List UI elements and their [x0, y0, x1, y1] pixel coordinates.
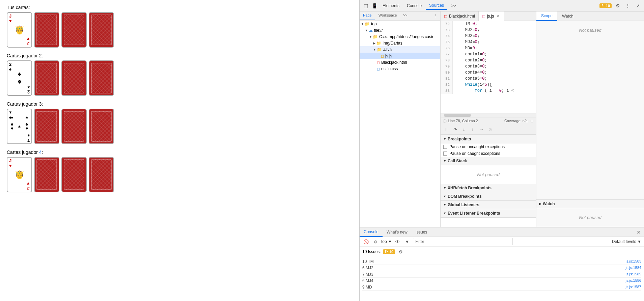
tab-blackjack-html[interactable]: ◻ Blackjack.html [441, 11, 479, 21]
section-header-3[interactable]: ▼DOM Breakpoints [441, 192, 536, 201]
line-content: TM=0; [453, 21, 477, 27]
section-label-4: Global Listeners [448, 202, 479, 207]
card-pip-top: ♠ [18, 71, 21, 78]
console-link-2[interactable]: js.js:1585 [626, 272, 641, 277]
file-icon: ◻ [377, 60, 380, 64]
console-top-label: top ▼ [381, 239, 392, 244]
tree-item-6[interactable]: ◻Blackjack.html [360, 59, 440, 65]
tab-close-btn[interactable]: ✕ [496, 13, 501, 19]
code-line-75[interactable]: 75 MJ4=0; [441, 39, 536, 45]
issues-header: 10 Issues: 🏳 10 ⚙ [360, 247, 644, 257]
tree-item-1[interactable]: ▼☁file:// [360, 27, 440, 33]
console-eye-icon[interactable]: 👁 [394, 238, 401, 245]
game-area: Tus cartas: J♥ 🤴 J♥ Cartas jugador 2: 2♠… [0, 0, 359, 301]
card-rank-br: 2♠ [27, 84, 30, 94]
card-1-1 [34, 60, 59, 96]
step-into-btn[interactable]: ↓ [460, 126, 468, 133]
tab-whats-new[interactable]: What's new [383, 227, 412, 237]
card-0-2 [61, 12, 87, 48]
issues-badge-top: 🏳 10 [599, 3, 612, 8]
tab-js-js[interactable]: ◻ js.js ✕ [479, 11, 505, 21]
settings-icon[interactable]: ⚙ [614, 2, 622, 10]
console-filter-input[interactable] [413, 238, 513, 245]
code-line-82[interactable]: 82 while(i<5){ [441, 82, 536, 88]
tree-item-3[interactable]: ▶📁Img/Cartas [360, 40, 440, 46]
step-out-btn[interactable]: ↑ [469, 126, 476, 133]
tab-page[interactable]: Page [360, 11, 375, 20]
section-arrow-2: ▼ [443, 186, 446, 190]
inspect-icon[interactable]: ⬚ [362, 2, 370, 10]
code-line-74[interactable]: 74 MJ3=0; [441, 33, 536, 39]
section-header-4[interactable]: ▼Global Listeners [441, 201, 536, 209]
tree-item-2[interactable]: ▼📁C:/xampp/htdocs/Juegos casir [360, 33, 440, 40]
line-content: MD=0; [453, 45, 477, 51]
more-icon[interactable]: ⋮ [624, 2, 632, 10]
add-folder-icon[interactable]: ⋮ [432, 12, 439, 19]
pause-btn[interactable]: ⏸ [443, 126, 450, 133]
code-line-81[interactable]: 81 conta5=0; [441, 76, 536, 82]
console-filter-icon[interactable]: ▼ [403, 238, 411, 245]
console-link-3[interactable]: js.js:1586 [626, 278, 641, 283]
code-line-83[interactable]: 83 for ( i = 0; i < [441, 88, 536, 94]
tab-issues[interactable]: Issues [412, 227, 431, 237]
code-line-73[interactable]: 73 MJ2=0; [441, 27, 536, 33]
tab-more-files[interactable]: >> [401, 11, 410, 20]
line-content: conta1=0; [453, 51, 487, 57]
code-line-80[interactable]: 80 conta4=0; [441, 70, 536, 76]
tree-item-4[interactable]: ▼📁Java [360, 46, 440, 53]
code-line-72[interactable]: 72 TM=0; [441, 21, 536, 27]
code-line-79[interactable]: 79 conta3=0; [441, 63, 536, 70]
tab-console-bottom[interactable]: Console [360, 227, 383, 237]
code-editor[interactable]: 72 TM=0;73 MJ2=0;74 MJ3=0;75 MJ4=0;76 MD… [441, 21, 536, 113]
console-link-0[interactable]: js.js:1583 [626, 259, 641, 264]
tree-item-7[interactable]: ◻estilo.css [360, 65, 440, 72]
step-over-btn[interactable]: ↷ [451, 126, 459, 133]
code-line-78[interactable]: 78 conta2=0; [441, 57, 536, 63]
bp-checkbox-0-0[interactable] [443, 145, 447, 149]
clear-console-icon[interactable]: 🚫 [362, 238, 370, 245]
card-3-3 [89, 157, 114, 192]
horizontal-scrollbar[interactable] [441, 113, 536, 117]
section-arrow-1: ▼ [443, 159, 446, 163]
tab-elements[interactable]: Elements [379, 2, 403, 9]
tab-watch[interactable]: Watch [557, 11, 578, 21]
console-close-btn[interactable]: ✕ [635, 229, 642, 236]
card-3-1 [34, 157, 59, 192]
card-2-3 [89, 109, 114, 144]
tree-label: js.js [385, 54, 392, 58]
issues-settings-icon[interactable]: ⚙ [397, 248, 404, 255]
section-header-5[interactable]: ▼Event Listener Breakpoints [441, 209, 536, 218]
player-label-3: Cartas jugador 4: [7, 149, 353, 155]
section-header-0[interactable]: ▼Breakpoints [441, 135, 536, 143]
code-line-76[interactable]: 76 MD=0; [441, 45, 536, 51]
tree-item-5[interactable]: ◻js.js [360, 53, 440, 59]
dock-icon[interactable]: ↗ [634, 2, 642, 10]
device-icon[interactable]: 📱 [370, 2, 379, 10]
step-btn[interactable]: → [478, 126, 485, 133]
deactivate-btn[interactable]: ⊘ [486, 126, 494, 133]
tree-item-0[interactable]: ▼📁top [360, 21, 440, 27]
console-no-icon[interactable]: ⊘ [372, 238, 379, 245]
split-editor-icon[interactable]: ⊡ [530, 119, 533, 123]
console-link-1[interactable]: js.js:1584 [626, 266, 641, 270]
cards-row-2: 7♠ ♠ ♠ ♠ ♠ ♠ ♠ ♠ 7♠ [7, 109, 353, 144]
bp-checkbox-0-1[interactable] [443, 152, 447, 156]
section-header-1[interactable]: ▼Call Stack [441, 157, 536, 165]
tab-workspace[interactable]: Workspace [375, 11, 400, 20]
section-content-1: Not paused [441, 165, 536, 184]
devtools-topbar: ⬚ 📱 Elements Console Sources >> 🏳 10 ⚙ ⋮… [360, 0, 644, 11]
console-link-4[interactable]: js.js:1587 [626, 285, 641, 290]
section-header-2[interactable]: ▼XHR/fetch Breakpoints [441, 184, 536, 192]
tab-more[interactable]: >> [448, 2, 459, 9]
code-line-77[interactable]: 77 conta1=0; [441, 51, 536, 57]
tab-scope[interactable]: Scope [536, 11, 557, 21]
console-row-1: 6 MJ2js.js:1584 [362, 265, 641, 271]
tab-console[interactable]: Console [403, 2, 425, 9]
line-number: 74 [441, 33, 453, 39]
folder-icon: 📁 [365, 22, 370, 26]
card-1-3 [89, 60, 114, 96]
file-tree-actions: ⋮ [431, 11, 440, 20]
cards-row-1: 2♠ ♠ ♠ 2♠ [7, 60, 353, 96]
tab-sources[interactable]: Sources [426, 2, 447, 10]
watch-section-header[interactable]: ▶ Watch [536, 200, 644, 208]
